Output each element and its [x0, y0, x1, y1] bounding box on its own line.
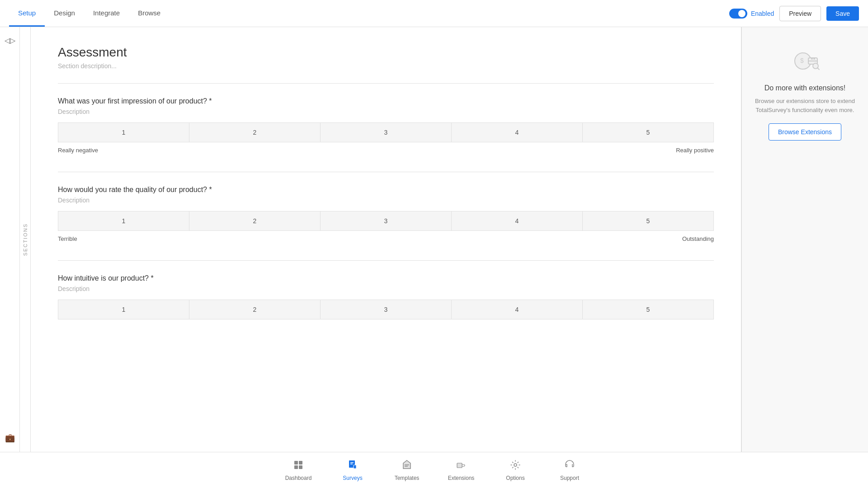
sections-bar: SECTIONS: [20, 27, 31, 452]
left-sidebar-toggle: ◁▷ 💼: [0, 27, 20, 452]
question-block-2: How would you rate the quality of our pr…: [58, 186, 714, 242]
rating-scale-2: 1 2 3 4 5: [58, 211, 714, 231]
nav-tabs: Setup Design Integrate Browse: [9, 0, 170, 27]
label-right-2: Outstanding: [682, 235, 714, 242]
rating-scale-3: 1 2 3 4 5: [58, 300, 714, 319]
extensions-label: Extensions: [448, 475, 475, 481]
label-left-1: Really negative: [58, 147, 98, 154]
rating-cell-3-3[interactable]: 3: [320, 300, 451, 319]
tab-browse[interactable]: Browse: [129, 0, 170, 27]
required-indicator-1: *: [209, 97, 212, 105]
svg-point-3: [813, 58, 815, 60]
bottom-navigation: Dashboard Surveys Templates: [0, 452, 868, 488]
rating-scale-1: 1 2 3 4 5: [58, 122, 714, 142]
options-icon: [510, 460, 521, 473]
rating-cell-2-5[interactable]: 5: [582, 211, 714, 231]
collapse-icon[interactable]: ◁▷: [5, 36, 15, 45]
rating-labels-1: Really negative Really positive: [58, 147, 714, 154]
svg-line-7: [817, 68, 819, 70]
tab-integrate[interactable]: Integrate: [84, 0, 129, 27]
question-1-desc: Description: [58, 108, 714, 115]
question-2-desc: Description: [58, 197, 714, 204]
rating-cell-1-5[interactable]: 5: [582, 122, 714, 142]
browse-extensions-button[interactable]: Browse Extensions: [769, 123, 841, 141]
svg-rect-9: [299, 461, 302, 465]
survey-content: Assessment Section description... What w…: [31, 27, 741, 452]
svg-rect-15: [354, 465, 356, 469]
rating-cell-3-5[interactable]: 5: [582, 300, 714, 319]
svg-point-20: [514, 464, 517, 466]
required-indicator-3: *: [151, 274, 153, 282]
divider-1: [58, 83, 714, 84]
rating-cell-3-2[interactable]: 2: [189, 300, 320, 319]
templates-label: Templates: [395, 475, 420, 481]
svg-rect-18: [405, 466, 408, 467]
question-3-desc: Description: [58, 285, 714, 292]
divider-2: [58, 172, 714, 172]
toggle-container: Enabled: [729, 9, 774, 19]
rating-cell-1-1[interactable]: 1: [58, 122, 189, 142]
header: Setup Design Integrate Browse Enabled Pr…: [0, 0, 868, 27]
dashboard-label: Dashboard: [285, 475, 312, 481]
nav-item-options[interactable]: Options: [502, 460, 529, 481]
section-title: Assessment: [58, 45, 714, 60]
svg-rect-13: [350, 462, 354, 463]
support-icon: [564, 460, 575, 473]
nav-item-dashboard[interactable]: Dashboard: [285, 460, 312, 481]
svg-rect-11: [299, 465, 302, 469]
question-block-1: What was your first impression of our pr…: [58, 97, 714, 154]
rating-cell-3-1[interactable]: 1: [58, 300, 189, 319]
nav-item-extensions[interactable]: Extensions: [448, 460, 475, 481]
nav-item-surveys[interactable]: Surveys: [339, 460, 366, 481]
svg-rect-8: [294, 461, 298, 465]
rating-cell-2-2[interactable]: 2: [189, 211, 320, 231]
nav-item-templates[interactable]: Templates: [393, 460, 420, 481]
question-2-title: How would you rate the quality of our pr…: [58, 186, 714, 194]
surveys-label: Surveys: [343, 475, 362, 481]
save-button[interactable]: Save: [826, 6, 859, 21]
rating-cell-1-3[interactable]: 3: [320, 122, 451, 142]
sections-label: SECTIONS: [23, 223, 28, 256]
divider-3: [58, 260, 714, 261]
svg-rect-14: [350, 464, 353, 465]
label-right-1: Really positive: [676, 147, 714, 154]
question-block-3: How intuitive is our product? * Descript…: [58, 274, 714, 319]
required-indicator-2: *: [209, 186, 212, 193]
extensions-icon: [456, 460, 467, 473]
rating-cell-2-3[interactable]: 3: [320, 211, 451, 231]
header-right: Enabled Preview Save: [729, 6, 859, 21]
label-left-2: Terrible: [58, 235, 77, 242]
extensions-panel-title: Do more with extensions!: [764, 84, 846, 92]
tab-design[interactable]: Design: [45, 0, 84, 27]
svg-text:$: $: [800, 57, 804, 64]
extensions-panel: $ Do more with extensions! Browse our ex…: [741, 27, 868, 452]
enabled-toggle[interactable]: [729, 9, 747, 19]
enabled-label: Enabled: [751, 10, 774, 17]
preview-button[interactable]: Preview: [779, 6, 821, 21]
dashboard-icon: [293, 460, 304, 473]
svg-rect-10: [294, 465, 298, 469]
svg-point-2: [811, 58, 813, 60]
templates-icon: [401, 460, 412, 473]
rating-labels-2: Terrible Outstanding: [58, 235, 714, 242]
rating-cell-3-4[interactable]: 4: [451, 300, 582, 319]
question-3-title: How intuitive is our product? *: [58, 274, 714, 282]
main-area: ◁▷ 💼 SECTIONS Assessment Section descrip…: [0, 27, 868, 452]
section-description: Section description...: [58, 62, 714, 70]
svg-rect-17: [405, 465, 409, 465]
nav-item-support[interactable]: Support: [556, 460, 583, 481]
sidebar-bottom-icon[interactable]: 💼: [5, 433, 15, 442]
rating-cell-1-2[interactable]: 2: [189, 122, 320, 142]
surveys-icon: [347, 460, 358, 473]
extensions-illustration: $: [789, 45, 821, 77]
options-label: Options: [506, 475, 524, 481]
question-1-title: What was your first impression of our pr…: [58, 97, 714, 105]
rating-cell-1-4[interactable]: 4: [451, 122, 582, 142]
tab-setup[interactable]: Setup: [9, 0, 45, 27]
rating-cell-2-4[interactable]: 4: [451, 211, 582, 231]
extensions-panel-description: Browse our extensions store to extend To…: [751, 97, 859, 114]
rating-cell-2-1[interactable]: 1: [58, 211, 189, 231]
svg-rect-19: [457, 463, 462, 468]
support-label: Support: [560, 475, 579, 481]
